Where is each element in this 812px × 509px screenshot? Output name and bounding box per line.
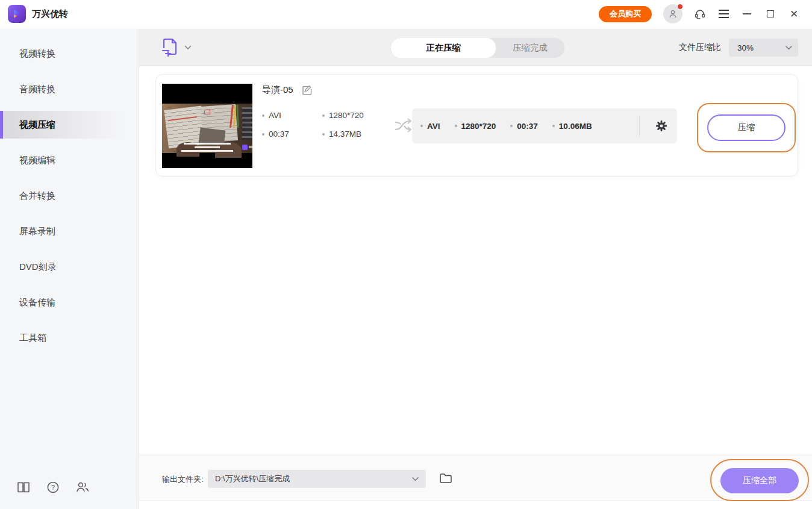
sidebar-item-video-edit[interactable]: 视频编辑 — [0, 146, 138, 174]
community-button[interactable] — [75, 480, 90, 495]
divider — [639, 116, 640, 136]
source-format: AVI — [269, 111, 281, 120]
output-folder-path: D:\万兴优转\压缩完成 — [215, 473, 290, 484]
output-folder-label: 输出文件夹: — [162, 474, 204, 485]
sidebar-item-toolbox[interactable]: 工具箱 — [0, 324, 138, 352]
tab-compress-complete[interactable]: 压缩完成 — [496, 38, 564, 58]
main-area: 正在压缩 压缩完成 文件压缩比 30% — [139, 29, 812, 509]
output-format: AVI — [427, 122, 440, 131]
sidebar-item-merge-convert[interactable]: 合并转换 — [0, 182, 138, 210]
svg-text:?: ? — [51, 484, 55, 491]
compression-ratio-label: 文件压缩比 — [679, 42, 721, 53]
footer-bar: 输出文件夹: D:\万兴优转\压缩完成 压缩全部 — [139, 455, 812, 501]
user-guide-button[interactable] — [16, 480, 31, 495]
toolbar: 正在压缩 压缩完成 文件压缩比 30% — [139, 29, 812, 66]
maximize-icon — [767, 10, 774, 17]
output-duration: 00:37 — [517, 122, 538, 131]
video-thumbnail — [162, 84, 252, 168]
gear-icon — [655, 120, 667, 132]
buy-membership-button[interactable]: 会员购买 — [599, 6, 652, 22]
sidebar-item-video-convert[interactable]: 视频转换 — [0, 40, 138, 67]
close-button[interactable]: ✕ — [788, 8, 800, 20]
sidebar: 视频转换 音频转换 视频压缩 视频编辑 合并转换 屏幕录制 DVD刻录 设备传输… — [0, 29, 139, 509]
maximize-button[interactable] — [764, 8, 776, 20]
app-title: 万兴优转 — [32, 8, 68, 20]
question-icon: ? — [46, 481, 60, 494]
minimize-button[interactable] — [741, 8, 753, 20]
app-logo-icon — [8, 5, 26, 23]
support-headset-button[interactable] — [694, 8, 706, 20]
add-file-button[interactable] — [162, 37, 192, 57]
tab-compressing[interactable]: 正在压缩 — [391, 38, 496, 58]
book-icon — [17, 481, 30, 493]
chevron-down-icon — [184, 45, 192, 50]
app-window: 万兴优转 会员购买 — [0, 0, 812, 509]
output-settings-button[interactable] — [654, 119, 669, 133]
rename-icon[interactable] — [302, 85, 313, 96]
file-card: 导演-05 AVI 1280*720 00:37 14.37MB — [155, 74, 798, 176]
minimize-icon — [743, 13, 751, 14]
folder-icon — [439, 472, 452, 484]
output-folder-dropdown[interactable]: D:\万兴优转\压缩完成 — [208, 470, 426, 488]
people-icon — [75, 481, 90, 493]
compression-ratio-dropdown[interactable]: 30% — [729, 39, 798, 57]
menu-button[interactable] — [717, 8, 729, 20]
output-resolution: 1280*720 — [461, 122, 496, 131]
chevron-down-icon — [785, 46, 792, 50]
title-bar: 万兴优转 会员购买 — [0, 0, 812, 28]
sidebar-item-dvd-burn[interactable]: DVD刻录 — [0, 253, 138, 281]
file-title: 导演-05 — [262, 84, 293, 96]
notification-dot — [677, 4, 683, 10]
watermark-logo — [242, 145, 248, 150]
hamburger-icon — [719, 10, 729, 18]
source-duration: 00:37 — [269, 130, 289, 139]
source-resolution: 1280*720 — [329, 111, 364, 120]
help-button[interactable]: ? — [46, 480, 60, 495]
source-size: 14.37MB — [329, 130, 361, 139]
sidebar-item-screen-record[interactable]: 屏幕录制 — [0, 217, 138, 245]
file-list: 导演-05 AVI 1280*720 00:37 14.37MB — [139, 67, 812, 455]
sidebar-item-video-compress[interactable]: 视频压缩 — [0, 111, 138, 139]
sidebar-item-audio-convert[interactable]: 音频转换 — [0, 75, 138, 103]
status-tabs: 正在压缩 压缩完成 — [391, 38, 564, 58]
user-account-button[interactable] — [663, 4, 682, 23]
add-file-icon — [162, 37, 179, 57]
chevron-down-icon — [412, 477, 419, 481]
sidebar-item-device-transfer[interactable]: 设备传输 — [0, 289, 138, 316]
output-settings-panel: AVI 1280*720 00:37 10.06MB — [412, 108, 677, 143]
compress-button[interactable]: 压缩 — [707, 114, 785, 141]
user-icon — [668, 9, 678, 19]
source-info: AVI 1280*720 00:37 14.37MB — [262, 111, 364, 139]
headset-icon — [694, 8, 706, 20]
close-icon: ✕ — [790, 9, 798, 19]
output-size: 10.06MB — [559, 122, 592, 131]
open-folder-button[interactable] — [439, 472, 452, 486]
compress-all-button[interactable]: 压缩全部 — [720, 468, 799, 493]
